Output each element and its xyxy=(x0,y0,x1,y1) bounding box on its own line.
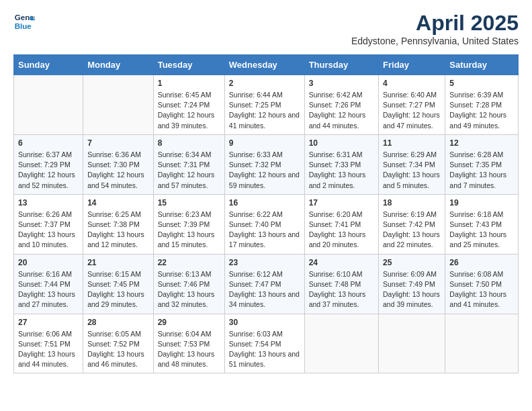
calendar-cell xyxy=(379,314,445,373)
day-info-line: Sunset: 7:53 PM xyxy=(158,339,220,349)
day-number: 17 xyxy=(309,198,374,208)
title-block: April 2025 Eddystone, Pennsylvania, Unit… xyxy=(351,11,519,46)
day-info-line: Sunset: 7:30 PM xyxy=(87,160,149,170)
day-number: 14 xyxy=(87,198,149,208)
day-info-line: Daylight: 13 hours and 5 minutes. xyxy=(383,170,441,190)
calendar-cell: 17Sunrise: 6:20 AMSunset: 7:41 PMDayligh… xyxy=(304,194,378,254)
calendar-cell xyxy=(445,314,519,373)
day-info-line: Sunrise: 6:18 AM xyxy=(449,210,514,220)
day-content: Sunrise: 6:04 AMSunset: 7:53 PMDaylight:… xyxy=(158,329,220,370)
day-info-line: Daylight: 12 hours and 49 minutes. xyxy=(449,110,514,130)
day-info-line: Sunrise: 6:37 AM xyxy=(18,150,79,160)
day-info-line: Daylight: 13 hours and 29 minutes. xyxy=(87,289,149,310)
calendar-cell: 30Sunrise: 6:03 AMSunset: 7:54 PMDayligh… xyxy=(224,314,304,373)
day-number: 16 xyxy=(229,198,300,208)
day-info-line: Daylight: 13 hours and 46 minutes. xyxy=(87,349,149,369)
day-number: 4 xyxy=(383,79,441,88)
day-info-line: Daylight: 13 hours and 25 minutes. xyxy=(449,230,514,250)
calendar-cell: 4Sunrise: 6:40 AMSunset: 7:27 PMDaylight… xyxy=(379,75,445,135)
day-info-line: Sunset: 7:51 PM xyxy=(18,339,79,349)
day-info-line: Sunset: 7:32 PM xyxy=(229,160,300,170)
day-info-line: Sunset: 7:50 PM xyxy=(449,279,514,289)
calendar-cell: 18Sunrise: 6:19 AMSunset: 7:42 PMDayligh… xyxy=(379,194,445,254)
day-info-line: Sunset: 7:54 PM xyxy=(229,339,300,349)
day-info-line: Daylight: 13 hours and 32 minutes. xyxy=(158,289,220,310)
day-number: 6 xyxy=(18,138,79,148)
day-info-line: Sunrise: 6:15 AM xyxy=(87,269,149,279)
day-content: Sunrise: 6:23 AMSunset: 7:39 PMDaylight:… xyxy=(158,210,220,250)
calendar-cell: 29Sunrise: 6:04 AMSunset: 7:53 PMDayligh… xyxy=(153,314,224,373)
day-number: 9 xyxy=(229,138,300,148)
day-info-line: Daylight: 13 hours and 7 minutes. xyxy=(449,170,514,190)
calendar-cell: 12Sunrise: 6:28 AMSunset: 7:35 PMDayligh… xyxy=(445,134,519,194)
day-number: 15 xyxy=(158,198,220,208)
day-info-line: Daylight: 12 hours and 44 minutes. xyxy=(309,110,374,130)
day-content: Sunrise: 6:31 AMSunset: 7:33 PMDaylight:… xyxy=(309,150,374,191)
day-info-line: Sunset: 7:25 PM xyxy=(229,100,300,110)
calendar-cell: 13Sunrise: 6:26 AMSunset: 7:37 PMDayligh… xyxy=(14,194,83,254)
day-content: Sunrise: 6:22 AMSunset: 7:40 PMDaylight:… xyxy=(229,210,300,250)
day-info-line: Sunrise: 6:19 AM xyxy=(383,210,441,220)
day-content: Sunrise: 6:37 AMSunset: 7:29 PMDaylight:… xyxy=(18,150,79,191)
day-info-line: Sunset: 7:49 PM xyxy=(383,279,441,289)
day-number: 19 xyxy=(449,198,514,208)
day-number: 25 xyxy=(383,258,441,267)
day-info-line: Daylight: 13 hours and 10 minutes. xyxy=(18,230,79,250)
day-info-line: Sunrise: 6:20 AM xyxy=(309,210,374,220)
day-info-line: Sunset: 7:35 PM xyxy=(449,160,514,170)
day-info-line: Daylight: 13 hours and 51 minutes. xyxy=(229,349,300,369)
logo: General Blue xyxy=(13,11,35,32)
day-info-line: Sunrise: 6:28 AM xyxy=(449,150,514,160)
day-info-line: Daylight: 13 hours and 48 minutes. xyxy=(158,349,220,369)
day-content: Sunrise: 6:12 AMSunset: 7:47 PMDaylight:… xyxy=(229,269,300,310)
day-info-line: Daylight: 13 hours and 34 minutes. xyxy=(229,289,300,310)
col-header-tuesday: Tuesday xyxy=(153,55,224,75)
calendar-cell: 3Sunrise: 6:42 AMSunset: 7:26 PMDaylight… xyxy=(304,75,378,135)
col-header-monday: Monday xyxy=(83,55,154,75)
day-content: Sunrise: 6:13 AMSunset: 7:46 PMDaylight:… xyxy=(158,269,220,310)
day-info-line: Sunrise: 6:36 AM xyxy=(87,150,149,160)
calendar-cell: 25Sunrise: 6:09 AMSunset: 7:49 PMDayligh… xyxy=(379,254,445,314)
calendar-cell: 2Sunrise: 6:44 AMSunset: 7:25 PMDaylight… xyxy=(224,75,304,135)
day-info-line: Sunrise: 6:29 AM xyxy=(383,150,441,160)
day-number: 10 xyxy=(309,138,374,148)
calendar-cell: 8Sunrise: 6:34 AMSunset: 7:31 PMDaylight… xyxy=(153,134,224,194)
day-info-line: Sunrise: 6:13 AM xyxy=(158,269,220,279)
calendar-cell: 24Sunrise: 6:10 AMSunset: 7:48 PMDayligh… xyxy=(304,254,378,314)
day-info-line: Sunrise: 6:23 AM xyxy=(158,210,220,220)
day-content: Sunrise: 6:39 AMSunset: 7:28 PMDaylight:… xyxy=(449,90,514,131)
day-info-line: Sunrise: 6:39 AM xyxy=(449,90,514,100)
day-content: Sunrise: 6:06 AMSunset: 7:51 PMDaylight:… xyxy=(18,329,79,370)
day-content: Sunrise: 6:36 AMSunset: 7:30 PMDaylight:… xyxy=(87,150,149,191)
day-info-line: Sunrise: 6:44 AM xyxy=(229,90,300,100)
calendar-cell xyxy=(304,314,378,373)
calendar-cell: 9Sunrise: 6:33 AMSunset: 7:32 PMDaylight… xyxy=(224,134,304,194)
day-info-line: Sunrise: 6:05 AM xyxy=(87,329,149,339)
day-info-line: Daylight: 13 hours and 27 minutes. xyxy=(18,289,79,310)
day-info-line: Sunrise: 6:10 AM xyxy=(309,269,374,279)
day-info-line: Daylight: 13 hours and 22 minutes. xyxy=(383,230,441,250)
day-info-line: Daylight: 13 hours and 15 minutes. xyxy=(158,230,220,250)
day-content: Sunrise: 6:05 AMSunset: 7:52 PMDaylight:… xyxy=(87,329,149,370)
day-info-line: Daylight: 13 hours and 20 minutes. xyxy=(309,230,374,250)
day-info-line: Daylight: 13 hours and 39 minutes. xyxy=(383,289,441,310)
day-content: Sunrise: 6:03 AMSunset: 7:54 PMDaylight:… xyxy=(229,329,300,370)
day-content: Sunrise: 6:45 AMSunset: 7:24 PMDaylight:… xyxy=(158,90,220,131)
header: General Blue April 2025 Eddystone, Penns… xyxy=(13,11,519,46)
calendar-cell: 23Sunrise: 6:12 AMSunset: 7:47 PMDayligh… xyxy=(224,254,304,314)
calendar-cell: 26Sunrise: 6:08 AMSunset: 7:50 PMDayligh… xyxy=(445,254,519,314)
day-info-line: Sunset: 7:37 PM xyxy=(18,220,79,230)
day-info-line: Sunrise: 6:08 AM xyxy=(449,269,514,279)
day-info-line: Sunrise: 6:09 AM xyxy=(383,269,441,279)
calendar-cell: 28Sunrise: 6:05 AMSunset: 7:52 PMDayligh… xyxy=(83,314,154,373)
calendar-cell: 7Sunrise: 6:36 AMSunset: 7:30 PMDaylight… xyxy=(83,134,154,194)
calendar-week-row: 1Sunrise: 6:45 AMSunset: 7:24 PMDaylight… xyxy=(14,75,519,135)
day-info-line: Sunrise: 6:12 AM xyxy=(229,269,300,279)
calendar-table: SundayMondayTuesdayWednesdayThursdayFrid… xyxy=(13,54,519,373)
day-info-line: Sunset: 7:29 PM xyxy=(18,160,79,170)
day-info-line: Daylight: 12 hours and 59 minutes. xyxy=(229,170,300,190)
subtitle: Eddystone, Pennsylvania, United States xyxy=(351,36,519,46)
calendar-week-row: 13Sunrise: 6:26 AMSunset: 7:37 PMDayligh… xyxy=(14,194,519,254)
calendar-week-row: 20Sunrise: 6:16 AMSunset: 7:44 PMDayligh… xyxy=(14,254,519,314)
calendar-cell: 21Sunrise: 6:15 AMSunset: 7:45 PMDayligh… xyxy=(83,254,154,314)
